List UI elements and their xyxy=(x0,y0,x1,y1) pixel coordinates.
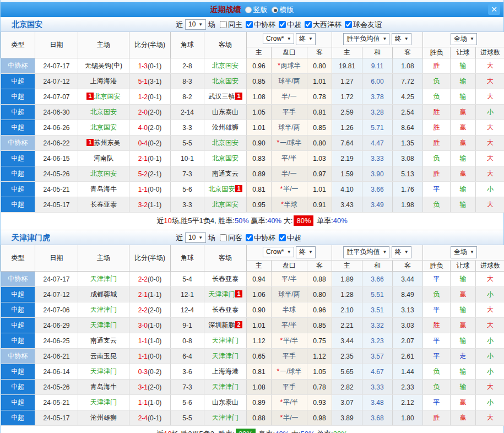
col-date: 日期 xyxy=(35,32,78,58)
layout-radio-horizontal[interactable]: 横版 xyxy=(272,5,294,15)
match-type-cell: 中超 xyxy=(1,333,35,349)
filter-checkbox[interactable] xyxy=(345,21,352,28)
avg-home-cell: 1.26 xyxy=(332,120,362,136)
avg-home-cell: 2.59 xyxy=(332,105,362,120)
fulltime-score: 1-1 xyxy=(138,399,148,407)
avg-final-select[interactable]: 终 xyxy=(392,33,411,45)
filter-checkbox[interactable] xyxy=(279,234,286,241)
away-team-cell: 北京国安 xyxy=(204,74,247,89)
score-cell: 3-1(2-0) xyxy=(129,380,171,395)
close-icon[interactable]: ✕ xyxy=(488,4,500,15)
filter-checkbox[interactable] xyxy=(279,21,286,28)
filter-checkbox-label[interactable]: 中协杯 xyxy=(246,20,275,30)
match-type-cell: 中超 xyxy=(1,364,35,380)
filter-checkbox-text: 大西洋杯 xyxy=(313,20,342,30)
handicap-cell: 平手 xyxy=(272,349,307,364)
away-odds-cell: 0.91 xyxy=(307,197,332,213)
score-cell: 1-1(1-0) xyxy=(129,395,171,410)
handicap-result-cell: 赢 xyxy=(451,410,476,426)
avg-select[interactable]: 胜平负均值 xyxy=(343,33,389,45)
avg-draw-cell: 3.90 xyxy=(362,166,393,182)
corner-cell: 5-6 xyxy=(171,182,204,197)
handicap-result-cell: 赢 xyxy=(451,287,476,302)
col-home: 主场 xyxy=(78,245,129,272)
fulltime-select[interactable]: 全场 xyxy=(451,33,477,45)
filter-checkbox-label[interactable]: 大西洋杯 xyxy=(305,20,342,30)
away-team-cell: 天津津门 xyxy=(204,410,247,426)
home-team-cell: 无锡吴钩(中) xyxy=(78,58,129,74)
home-team-cell: 天津津门 xyxy=(78,364,129,380)
col-away: 客场 xyxy=(204,32,247,58)
home-odds-cell: 1.01 xyxy=(247,120,272,136)
summary-segment: 大: xyxy=(281,216,292,225)
avg-final-select[interactable]: 终 xyxy=(392,246,411,258)
radio-unselected-icon[interactable] xyxy=(245,7,252,13)
red-card-badge: 1 xyxy=(235,93,242,100)
odds-final-select[interactable]: 终 xyxy=(296,246,316,258)
handicap-text: 平手 xyxy=(283,383,296,391)
result-cell: 负 xyxy=(423,151,451,166)
home-team-cell: 天津津门 xyxy=(78,302,129,318)
red-card-badge: 1 xyxy=(86,93,93,100)
halftime-score: (1-1) xyxy=(148,201,161,209)
handicap-cell: *一/球半 xyxy=(272,136,307,151)
away-team-cell: 山东泰山 xyxy=(204,395,247,410)
filter-checkbox[interactable] xyxy=(305,21,312,28)
corner-cell: 3-3 xyxy=(171,197,204,213)
odds-final-select[interactable]: 终 xyxy=(296,33,316,45)
score-cell: 1-1(1-0) xyxy=(129,333,171,349)
halftime-score: (1-0) xyxy=(148,337,161,345)
bookmaker-select[interactable]: Crow* xyxy=(263,247,294,257)
handicap-text: 半/一 xyxy=(283,185,298,193)
radio-selected-icon[interactable] xyxy=(272,7,278,13)
filter-checkbox-label[interactable]: 球会友谊 xyxy=(345,20,382,30)
match-type-cell: 中超 xyxy=(1,287,35,302)
date-cell: 24-06-22 xyxy=(35,136,78,151)
filter-checkbox[interactable] xyxy=(246,21,253,28)
recent-count-select[interactable]: 10 xyxy=(185,19,206,30)
fulltime-score: 1-1 xyxy=(138,337,148,345)
summary-segment: 30% xyxy=(333,430,348,433)
home-odds-cell: 1.08 xyxy=(247,380,272,395)
score-cell: 3-2(1-1) xyxy=(129,197,171,213)
avg-home-cell: 3.43 xyxy=(332,197,362,213)
home-odds-cell: 0.88 xyxy=(247,410,272,426)
avg-away-cell: 2.61 xyxy=(393,349,423,364)
recent-count-select[interactable]: 10 xyxy=(185,232,206,243)
team-label: 南通支云 xyxy=(212,170,239,177)
match-row: 中超24-05-21青岛海牛1-1(0-0)5-6北京国安10.81*半/一1.… xyxy=(1,182,504,197)
col-odds-home: 主 xyxy=(247,47,272,58)
handicap-result-cell: 赢 xyxy=(451,105,476,120)
match-row: 中超24-06-25南通支云1-1(1-0)0-8天津津门1.12*平/半0.7… xyxy=(1,333,504,349)
filter-checkbox[interactable] xyxy=(246,234,253,241)
avg-away-cell: 3.13 xyxy=(393,302,423,318)
result-cell: 胜 xyxy=(423,410,451,426)
match-row: 中超24-07-12上海海港5-1(3-1)8-3北京国安0.85球半/两1.0… xyxy=(1,74,504,89)
filter-checkbox-label[interactable]: 同主 xyxy=(220,20,242,30)
summary-segment: 单率: xyxy=(315,430,333,433)
away-odds-cell: 0.96 xyxy=(307,302,332,318)
filter-checkbox[interactable] xyxy=(220,21,227,28)
avg-draw-cell: 3.33 xyxy=(362,151,393,166)
filter-checkbox-label[interactable]: 中超 xyxy=(279,20,301,30)
home-team-cell: 1苏州东吴 xyxy=(78,136,129,151)
date-cell: 24-06-14 xyxy=(35,364,78,380)
layout-radio-vertical[interactable]: 竖版 xyxy=(245,5,268,15)
fulltime-select[interactable]: 全场 xyxy=(451,246,477,258)
col-avg-home: 主 xyxy=(332,47,362,58)
filter-checkbox-label[interactable]: 中协杯 xyxy=(246,233,275,243)
home-odds-cell: 0.89 xyxy=(247,395,272,410)
corner-cell: 0-8 xyxy=(171,333,204,349)
away-team-cell: 山东泰山 xyxy=(204,105,247,120)
date-cell: 24-05-21 xyxy=(35,395,78,410)
filter-checkbox-text: 同客 xyxy=(228,233,242,243)
filter-checkbox[interactable] xyxy=(220,234,227,241)
avg-select[interactable]: 胜平负均值 xyxy=(343,246,389,258)
goals-result-cell: 小 xyxy=(476,105,504,120)
bookmaker-select[interactable]: Crow* xyxy=(263,34,294,44)
filter-checkbox-label[interactable]: 中超 xyxy=(279,233,301,243)
col-handicap: 盘口 xyxy=(272,261,307,272)
handicap-text: 两球半 xyxy=(281,62,301,69)
score-cell: 1-2(0-1) xyxy=(129,89,171,105)
filter-checkbox-label[interactable]: 同客 xyxy=(220,233,242,243)
